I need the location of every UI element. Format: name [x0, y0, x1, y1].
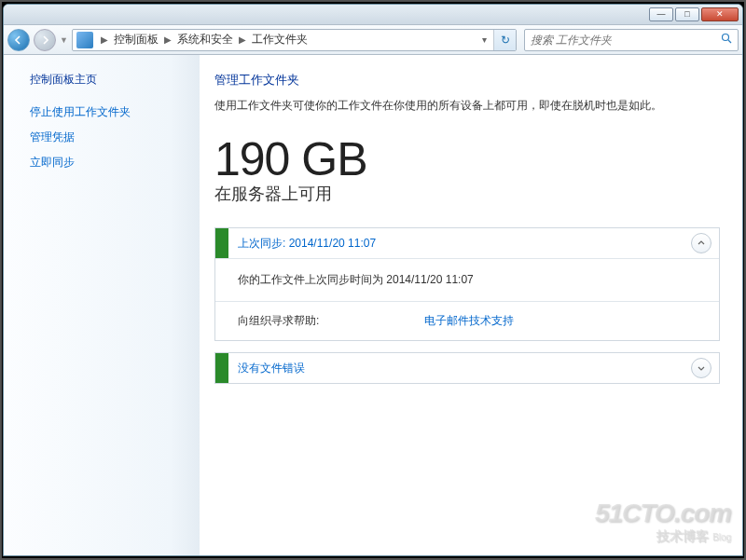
search-box[interactable] [524, 29, 739, 51]
maximize-button[interactable]: □ [675, 7, 699, 21]
control-panel-icon [76, 32, 93, 48]
quota-value: 190 GB [214, 136, 720, 183]
error-status-panel: 没有文件错误 [214, 352, 720, 384]
error-panel-title: 没有文件错误 [228, 361, 691, 376]
sync-status-panel: 上次同步: 2014/11/20 11:07 你的工作文件上次同步时间为 201… [214, 227, 720, 341]
close-button[interactable]: ✕ [701, 7, 739, 21]
status-bar-icon [215, 353, 228, 383]
main-content: 管理工作文件夹 使用工作文件夹可使你的工作文件在你使用的所有设备上都可用，即使在… [200, 55, 742, 555]
breadcrumb-item[interactable]: 控制面板 [112, 32, 160, 48]
chevron-right-icon[interactable]: ▶ [97, 34, 112, 45]
chevron-right-icon[interactable]: ▶ [235, 34, 250, 45]
search-icon[interactable] [715, 33, 738, 47]
explorer-window: — □ ✕ ▼ ▶ 控制面板 ▶ 系统和安全 ▶ 工作文件夹 ▾ ↻ [3, 4, 743, 556]
svg-point-0 [723, 34, 729, 41]
status-bar-icon [215, 228, 228, 258]
page-title: 管理工作文件夹 [214, 72, 720, 89]
sidebar: 控制面板主页 停止使用工作文件夹 管理凭据 立即同步 [4, 55, 200, 555]
chevron-up-icon[interactable] [691, 233, 711, 253]
sync-panel-title: 上次同步: 2014/11/20 11:07 [228, 236, 691, 252]
sync-panel-body: 你的工作文件上次同步时间为 2014/11/20 11:07 [215, 258, 719, 301]
svg-line-1 [728, 40, 731, 43]
help-label: 向组织寻求帮助: [238, 313, 424, 329]
page-description: 使用工作文件夹可使你的工作文件在你使用的所有设备上都可用，即使在脱机时也是如此。 [214, 98, 720, 114]
address-dropdown-icon[interactable]: ▾ [475, 34, 493, 45]
chevron-down-icon[interactable] [691, 358, 711, 378]
breadcrumb-item[interactable]: 系统和安全 [175, 32, 235, 48]
title-bar: — □ ✕ [4, 5, 742, 25]
sidebar-link-sync-now[interactable]: 立即同步 [30, 155, 200, 171]
control-panel-home-link[interactable]: 控制面板主页 [30, 72, 200, 88]
nav-toolbar: ▼ ▶ 控制面板 ▶ 系统和安全 ▶ 工作文件夹 ▾ ↻ [4, 25, 742, 55]
history-dropdown-icon[interactable]: ▼ [60, 35, 68, 45]
back-button[interactable] [7, 29, 30, 51]
error-panel-header[interactable]: 没有文件错误 [215, 353, 719, 383]
sidebar-link-stop[interactable]: 停止使用工作文件夹 [30, 104, 200, 120]
search-input[interactable] [525, 34, 715, 47]
breadcrumb-item[interactable]: 工作文件夹 [250, 32, 310, 48]
quota-label: 在服务器上可用 [214, 183, 720, 205]
sync-panel-help: 向组织寻求帮助: 电子邮件技术支持 [215, 301, 719, 340]
sync-panel-header[interactable]: 上次同步: 2014/11/20 11:07 [215, 228, 719, 258]
minimize-button[interactable]: — [649, 7, 673, 21]
email-support-link[interactable]: 电子邮件技术支持 [424, 313, 514, 329]
chevron-right-icon[interactable]: ▶ [160, 34, 175, 45]
forward-button[interactable] [34, 29, 56, 51]
address-bar[interactable]: ▶ 控制面板 ▶ 系统和安全 ▶ 工作文件夹 ▾ ↻ [72, 29, 517, 51]
refresh-button[interactable]: ↻ [493, 30, 516, 50]
sidebar-link-credentials[interactable]: 管理凭据 [30, 130, 200, 145]
breadcrumb: ▶ 控制面板 ▶ 系统和安全 ▶ 工作文件夹 [97, 32, 310, 48]
